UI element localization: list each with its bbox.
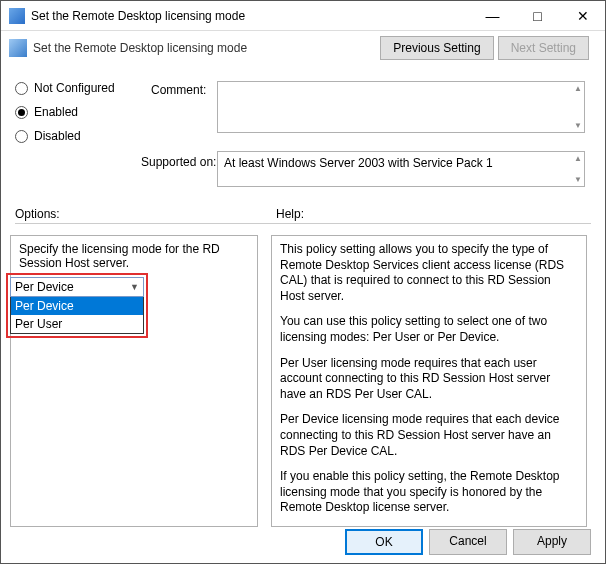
supported-on-text: At least Windows Server 2003 with Servic…	[224, 156, 493, 170]
radio-label: Enabled	[34, 105, 78, 119]
help-text: You can use this policy setting to selec…	[280, 314, 578, 345]
combobox-option[interactable]: Per Device	[11, 297, 143, 315]
subheader-title: Set the Remote Desktop licensing mode	[33, 41, 380, 55]
help-text: If you enable this policy setting, the R…	[280, 469, 578, 516]
help-text: Per Device licensing mode requires that …	[280, 412, 578, 459]
supported-on-label: Supported on:	[141, 155, 216, 169]
options-label: Options:	[15, 207, 60, 221]
next-setting-button[interactable]: Next Setting	[498, 36, 589, 60]
radio-enabled[interactable]: Enabled	[15, 105, 145, 119]
maximize-button[interactable]: □	[515, 1, 560, 30]
radio-icon	[15, 82, 28, 95]
combobox-value: Per Device	[15, 280, 74, 294]
help-text: This policy setting allows you to specif…	[280, 242, 578, 304]
highlight-annotation: Per Device ▼ Per Device Per User	[6, 273, 148, 338]
scroll-up-icon: ▲	[574, 154, 582, 163]
close-button[interactable]: ✕	[560, 1, 605, 30]
ok-button[interactable]: OK	[345, 529, 423, 555]
state-radio-group: Not Configured Enabled Disabled	[15, 81, 145, 153]
previous-setting-button[interactable]: Previous Setting	[380, 36, 493, 60]
radio-label: Not Configured	[34, 81, 115, 95]
apply-button[interactable]: Apply	[513, 529, 591, 555]
policy-icon	[9, 39, 27, 57]
help-text: Per User licensing mode requires that ea…	[280, 356, 578, 403]
help-label: Help:	[276, 207, 304, 221]
divider	[15, 223, 591, 224]
radio-disabled[interactable]: Disabled	[15, 129, 145, 143]
comment-textarea[interactable]: ▲ ▼	[217, 81, 585, 133]
app-icon	[9, 8, 25, 24]
help-panel: This policy setting allows you to specif…	[271, 235, 587, 527]
chevron-down-icon: ▼	[130, 282, 139, 292]
subheader: Set the Remote Desktop licensing mode Pr…	[1, 31, 605, 65]
scroll-down-icon: ▼	[574, 121, 582, 130]
radio-label: Disabled	[34, 129, 81, 143]
radio-not-configured[interactable]: Not Configured	[15, 81, 145, 95]
minimize-button[interactable]: ―	[470, 1, 515, 30]
titlebar: Set the Remote Desktop licensing mode ― …	[1, 1, 605, 31]
comment-label: Comment:	[151, 83, 206, 97]
window-title: Set the Remote Desktop licensing mode	[31, 9, 470, 23]
combobox-option[interactable]: Per User	[11, 315, 143, 333]
options-description: Specify the licensing mode for the RD Se…	[19, 242, 249, 270]
cancel-button[interactable]: Cancel	[429, 529, 507, 555]
window-controls: ― □ ✕	[470, 1, 605, 30]
radio-icon	[15, 130, 28, 143]
scroll-down-icon: ▼	[574, 175, 582, 184]
supported-on-box: At least Windows Server 2003 with Servic…	[217, 151, 585, 187]
help-text: If you disable or do not configure this …	[280, 526, 578, 527]
combobox-dropdown: Per Device Per User	[10, 297, 144, 334]
licensing-mode-combobox[interactable]: Per Device ▼	[10, 277, 144, 297]
scroll-up-icon: ▲	[574, 84, 582, 93]
dialog-footer: OK Cancel Apply	[345, 529, 591, 555]
radio-icon	[15, 106, 28, 119]
